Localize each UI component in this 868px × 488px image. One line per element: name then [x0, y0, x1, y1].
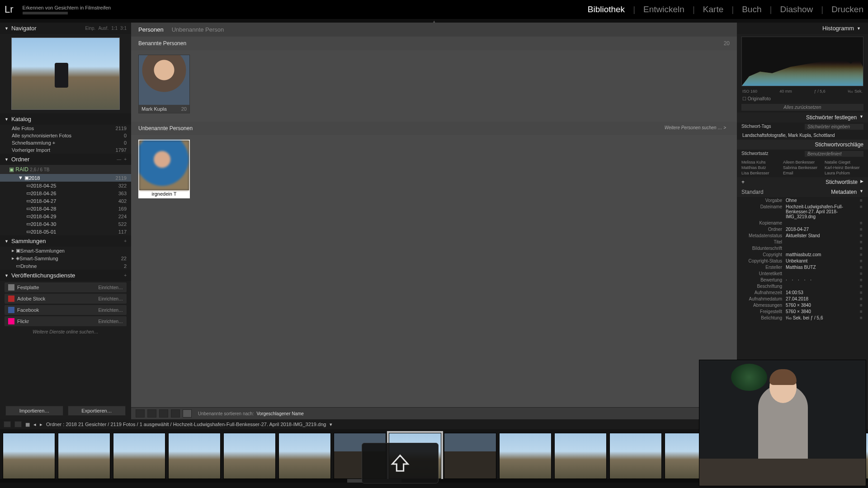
keyword-suggestion[interactable]: Email [783, 171, 822, 175]
keyword-suggestion[interactable]: Melissa Kuhs [741, 160, 780, 164]
original-photo-checkbox[interactable]: ☐ Originalfoto [737, 95, 868, 102]
module-buch[interactable]: Buch [742, 5, 761, 14]
folder-year[interactable]: ▼ ▣ 20182119 [0, 174, 131, 182]
metadata-row[interactable]: Copyright-StatusUnbekannt≡ [737, 258, 868, 264]
metadata-row[interactable]: MetadatenstatusAktuellster Stand≡ [737, 232, 868, 239]
folder-row[interactable]: ▭ 2018-04-27402 [0, 197, 131, 205]
view-people-button[interactable] [183, 409, 192, 418]
katalog-header[interactable]: ▼Katalog [0, 113, 131, 125]
metadata-row[interactable]: Ordner2018-04-27≡ [737, 226, 868, 232]
metadata-row[interactable]: Copyrightmatthiasbutz.com≡ [737, 251, 868, 258]
metadata-row[interactable]: Abmessungen5760 × 3840≡ [737, 302, 868, 308]
face-stack-selected[interactable] [138, 140, 190, 198]
filmstrip-thumb[interactable] [444, 433, 496, 479]
keyword-suggestion[interactable]: Aileen Benkesser [783, 160, 822, 164]
view-compare-button[interactable] [159, 409, 168, 418]
navigator-zoom-modes[interactable]: Einp. Ausf. 1:1 3:1 [85, 26, 127, 31]
catalog-row[interactable]: Schnellsammlung +0 [0, 139, 131, 146]
export-button[interactable]: Exportieren… [68, 406, 126, 416]
histogram-header[interactable]: Histogramm▼ [737, 23, 868, 34]
keyword-suggestion[interactable]: Sabrina Benkesser [783, 165, 822, 170]
view-loupe-button[interactable] [147, 409, 156, 418]
metadata-row[interactable]: Aufnahmezeit14:00:53≡ [737, 289, 868, 296]
metadata-row[interactable]: Beschriftung≡ [737, 283, 868, 289]
ordner-header[interactable]: ▼Ordner —+ [0, 154, 131, 165]
publish-service-row[interactable]: FacebookEinrichten… [5, 305, 127, 315]
view-survey-button[interactable] [171, 409, 180, 418]
more-services-link[interactable]: Weitere Dienste online suchen… [0, 328, 131, 336]
publish-service-row[interactable]: FestplatteEinrichten… [5, 282, 127, 292]
folder-row[interactable]: ▭ 2018-04-29224 [0, 212, 131, 220]
module-drucken[interactable]: Drucken [831, 5, 863, 14]
navigator-header[interactable]: ▼ Navigator Einp. Ausf. 1:1 3:1 [0, 23, 131, 34]
second-monitor-1-button[interactable] [4, 421, 11, 427]
face-name-input[interactable] [139, 190, 189, 197]
add-icon[interactable]: + [124, 273, 127, 278]
keyword-suggestions-header[interactable]: Stichwortvorschläge [737, 140, 868, 150]
find-more-people-link[interactable]: Weitere Personen suchen … > [665, 125, 730, 131]
add-icon[interactable]: + [124, 157, 127, 162]
keywords-panel-header[interactable]: Stichwörter festlegen▼ [737, 113, 868, 122]
keyword-suggestion[interactable]: Lisa Benkesser [741, 171, 780, 175]
collection-row[interactable]: ▭ Drohne2 [0, 262, 131, 270]
filmstrip-thumb[interactable] [223, 433, 276, 479]
filmstrip-thumb[interactable] [554, 433, 607, 479]
view-grid-button[interactable] [136, 409, 145, 418]
filmstrip-thumb[interactable] [3, 433, 55, 479]
catalog-row[interactable]: Alle Fotos2119 [0, 125, 131, 132]
publish-service-row[interactable]: Adobe StockEinrichten… [5, 294, 127, 304]
keyword-tags-input[interactable]: Stichwörter eingeben [805, 124, 863, 130]
filmstrip-thumb[interactable] [499, 433, 552, 479]
folder-row[interactable]: ▭ 2018-05-01117 [0, 228, 131, 235]
keyword-suggestion[interactable]: Matthias Butz [741, 165, 780, 170]
metadata-header[interactable]: Standard Metadaten▼ [737, 187, 868, 197]
histogram[interactable] [741, 37, 863, 86]
folder-row[interactable]: ▭ 2018-04-26363 [0, 189, 131, 197]
breadcrumb-root[interactable]: Personen [138, 26, 164, 33]
folder-row[interactable]: ▭ 2018-04-30522 [0, 220, 131, 228]
keyword-suggestion[interactable]: Natalie Gieget [825, 160, 863, 164]
add-icon[interactable]: + [124, 239, 127, 244]
keyword-suggestion[interactable]: Karl-Heinz Benkser [825, 165, 863, 170]
module-bibliothek[interactable]: Bibliothek [588, 5, 625, 14]
second-monitor-2-button[interactable] [14, 421, 22, 427]
metadata-row[interactable]: Titel≡ [737, 239, 868, 245]
filter-icon[interactable]: — [117, 157, 121, 162]
module-karte[interactable]: Karte [703, 5, 723, 14]
filmstrip-thumb[interactable] [113, 433, 165, 479]
catalog-row[interactable]: Alle synchronisierten Fotos0 [0, 132, 131, 139]
collection-row[interactable]: ▸ ▣ Smart-Sammlungen [0, 247, 131, 254]
navigator-preview[interactable] [0, 34, 131, 113]
metadata-row[interactable]: DateinameHochzeit-Ludwigshafen-Full-Benk… [737, 203, 868, 220]
folder-row[interactable]: ▭ 2018-04-25322 [0, 182, 131, 189]
publish-header[interactable]: ▼Veröffentlichungsdienste + [0, 270, 131, 281]
collapse-top-handle[interactable]: ▴ [0, 19, 868, 23]
breadcrumb-leaf[interactable]: Unbenannte Person [172, 26, 224, 33]
module-entwickeln[interactable]: Entwickeln [643, 5, 684, 14]
metadata-row[interactable]: Bewertung· · · · ·≡ [737, 277, 868, 283]
sammlungen-header[interactable]: ▼Sammlungen + [0, 235, 131, 247]
filmstrip-thumb[interactable] [58, 433, 110, 479]
keyword-list-header[interactable]: + Stichwortliste▶ [737, 177, 868, 187]
metadata-row[interactable]: Aufnahmedatum27.04.2018≡ [737, 296, 868, 302]
filmstrip-thumb[interactable] [278, 433, 331, 479]
face-stack[interactable]: Mark Kupla 20 [138, 55, 190, 113]
catalog-row[interactable]: Vorheriger Import1797 [0, 146, 131, 154]
metadata-row[interactable]: Freigestellt5760 × 3840≡ [737, 308, 868, 314]
metadata-row[interactable]: Kopiename≡ [737, 220, 868, 226]
nav-fwd-icon[interactable]: ▸ [40, 422, 42, 427]
sort-value[interactable]: Vorgeschlagener Name [256, 411, 304, 416]
import-button[interactable]: Importieren… [5, 406, 63, 416]
current-keywords[interactable]: Landschaftsfotografie, Mark Kupla, Schot… [737, 131, 868, 140]
module-diashow[interactable]: Diashow [780, 5, 813, 14]
publish-service-row[interactable]: FlickrEinrichten… [5, 316, 127, 326]
keyword-suggestion[interactable]: Laura Pohlom [825, 171, 863, 175]
metadata-row[interactable]: ErstellerMatthias BUTZ≡ [737, 264, 868, 270]
metadata-row[interactable]: Unteretikett≡ [737, 270, 868, 277]
filmstrip-thumb[interactable] [168, 433, 221, 479]
volume-row[interactable]: ▣ RAID 2,6 / 6 TB [0, 165, 131, 174]
collection-row[interactable]: ▸ ◈ Smart-Sammlung22 [0, 254, 131, 262]
metadata-row[interactable]: Belichtung¹⁄₆₀ Sek. bei ƒ / 5,6≡ [737, 314, 868, 321]
dropdown-icon[interactable]: ▾ [330, 422, 332, 427]
filmstrip-thumb[interactable] [609, 433, 662, 479]
